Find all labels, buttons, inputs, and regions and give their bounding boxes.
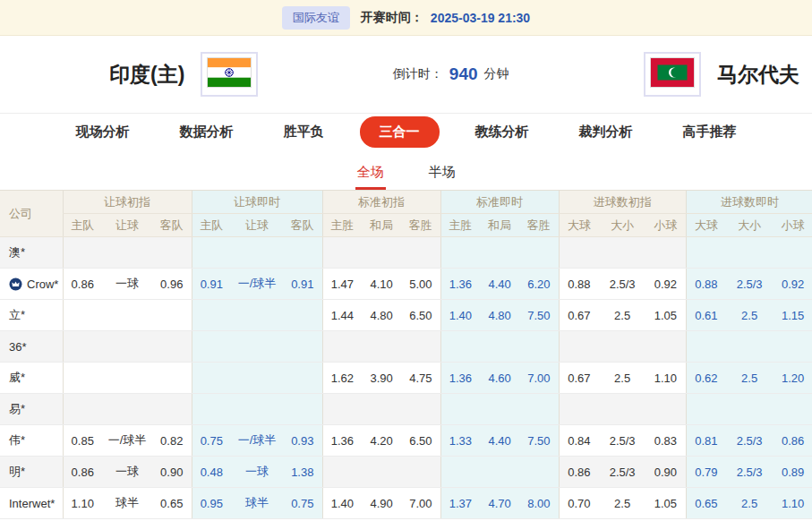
odds-cell[interactable]: 一球 [102, 457, 152, 488]
odds-cell[interactable]: 4.80 [480, 300, 519, 331]
odds-cell[interactable]: 2.5/3 [726, 425, 773, 457]
nav-tab-3[interactable]: 胜平负 [269, 116, 338, 148]
odds-cell[interactable]: 0.86 [63, 457, 102, 488]
odds-cell[interactable]: 3.90 [362, 363, 401, 394]
company-cell[interactable]: 立* [0, 300, 63, 331]
odds-cell[interactable]: 0.61 [686, 300, 726, 331]
odds-cell[interactable]: 1.44 [322, 300, 362, 331]
odds-cell[interactable]: 6.20 [519, 269, 559, 300]
odds-cell[interactable]: 0.90 [152, 457, 192, 488]
odds-cell[interactable]: 4.80 [362, 300, 401, 331]
company-cell[interactable]: 易* [0, 394, 63, 425]
odds-cell[interactable]: 6.50 [401, 425, 440, 457]
odds-cell[interactable]: 2.5/3 [726, 269, 773, 300]
odds-cell[interactable]: 4.20 [362, 425, 401, 457]
odds-cell[interactable]: 1.38 [283, 457, 322, 488]
odds-cell[interactable]: 0.65 [152, 488, 192, 519]
company-cell[interactable]: 澳* [0, 237, 63, 269]
odds-cell[interactable]: 4.70 [480, 488, 519, 519]
odds-cell[interactable]: 0.85 [63, 425, 102, 457]
odds-cell[interactable]: 1.20 [773, 363, 812, 394]
odds-cell[interactable]: 0.79 [686, 457, 726, 488]
nav-tab-1[interactable]: 现场分析 [62, 116, 144, 148]
odds-cell[interactable]: 0.93 [283, 425, 322, 457]
odds-cell[interactable]: 1.10 [645, 363, 686, 394]
odds-cell[interactable]: 0.88 [686, 269, 726, 300]
odds-cell[interactable]: 0.82 [152, 425, 192, 457]
odds-cell[interactable]: 1.15 [773, 300, 812, 331]
odds-cell[interactable]: 4.10 [362, 269, 401, 300]
company-cell[interactable]: 明* [0, 457, 63, 488]
odds-cell[interactable]: 0.81 [686, 425, 726, 457]
odds-cell[interactable]: 0.95 [192, 488, 231, 519]
odds-cell[interactable]: 1.10 [63, 488, 102, 519]
odds-cell[interactable]: 0.83 [645, 425, 686, 457]
scope-tab-1[interactable]: 全场 [355, 164, 386, 190]
odds-cell[interactable]: 4.90 [362, 488, 401, 519]
odds-cell[interactable]: 1.36 [440, 363, 480, 394]
odds-cell[interactable]: 0.91 [192, 269, 231, 300]
odds-cell[interactable]: 1.40 [322, 488, 362, 519]
scope-tab-2[interactable]: 半场 [427, 164, 457, 190]
odds-cell[interactable]: 0.65 [686, 488, 726, 519]
odds-cell[interactable]: 1.47 [322, 269, 362, 300]
odds-cell[interactable]: 2.5 [726, 300, 773, 331]
odds-cell[interactable]: 6.50 [401, 300, 440, 331]
odds-cell[interactable]: 0.67 [559, 363, 599, 394]
odds-cell[interactable]: 0.92 [773, 269, 812, 300]
odds-cell[interactable]: 0.91 [283, 269, 322, 300]
nav-tab-7[interactable]: 高手推荐 [669, 116, 751, 148]
odds-cell[interactable]: 0.92 [645, 269, 686, 300]
odds-cell[interactable]: 2.5/3 [599, 457, 645, 488]
odds-cell[interactable]: 1.05 [645, 300, 686, 331]
odds-cell[interactable]: 8.00 [519, 488, 559, 519]
odds-cell[interactable]: 2.5/3 [726, 457, 773, 488]
odds-cell[interactable]: 0.84 [559, 425, 599, 457]
company-cell[interactable]: 威* [0, 363, 63, 394]
odds-cell[interactable]: 球半 [231, 488, 283, 519]
league-badge[interactable]: 国际友谊 [282, 6, 350, 30]
odds-cell[interactable]: 1.05 [645, 488, 686, 519]
odds-cell[interactable]: 1.33 [440, 425, 480, 457]
odds-cell[interactable]: 1.40 [440, 300, 480, 331]
odds-cell[interactable]: 1.10 [773, 488, 812, 519]
odds-cell[interactable]: 7.00 [519, 363, 559, 394]
odds-cell[interactable]: 2.5 [599, 363, 645, 394]
odds-cell[interactable]: 0.48 [192, 457, 231, 488]
odds-cell[interactable]: 2.5 [726, 488, 773, 519]
nav-tab-6[interactable]: 裁判分析 [565, 116, 647, 148]
odds-cell[interactable]: 2.5 [599, 300, 645, 331]
odds-cell[interactable]: 0.86 [773, 425, 812, 457]
odds-cell[interactable]: 2.5 [599, 488, 645, 519]
odds-cell[interactable]: 7.50 [519, 425, 559, 457]
odds-cell[interactable]: 2.5/3 [599, 269, 645, 300]
odds-cell[interactable]: 0.90 [645, 457, 686, 488]
odds-cell[interactable]: 球半 [102, 488, 152, 519]
odds-cell[interactable]: 1.37 [440, 488, 480, 519]
company-cell[interactable]: Interwet* [0, 488, 63, 519]
company-cell[interactable]: Crow* [0, 269, 63, 300]
company-cell[interactable]: 伟* [0, 425, 63, 457]
nav-tab-4[interactable]: 三合一 [360, 116, 440, 148]
odds-cell[interactable]: 0.96 [152, 269, 192, 300]
odds-cell[interactable]: 0.86 [559, 457, 599, 488]
odds-cell[interactable]: 4.40 [480, 425, 519, 457]
odds-cell[interactable]: 0.75 [283, 488, 322, 519]
odds-cell[interactable]: 一球 [231, 457, 283, 488]
company-cell[interactable]: 36* [0, 331, 63, 363]
odds-cell[interactable]: 一/球半 [102, 425, 152, 457]
odds-cell[interactable]: 0.88 [559, 269, 599, 300]
odds-cell[interactable]: 1.62 [322, 363, 362, 394]
odds-cell[interactable]: 4.60 [480, 363, 519, 394]
nav-tab-2[interactable]: 数据分析 [166, 116, 248, 148]
odds-cell[interactable]: 7.50 [519, 300, 559, 331]
odds-cell[interactable]: 一球 [102, 269, 152, 300]
odds-cell[interactable]: 5.00 [401, 269, 440, 300]
odds-cell[interactable]: 1.36 [322, 425, 362, 457]
odds-cell[interactable]: 0.89 [773, 457, 812, 488]
odds-cell[interactable]: 1.36 [440, 269, 480, 300]
odds-cell[interactable]: 2.5 [726, 363, 773, 394]
odds-cell[interactable]: 0.67 [559, 300, 599, 331]
odds-cell[interactable]: 4.40 [480, 269, 519, 300]
odds-cell[interactable]: 一/球半 [231, 425, 283, 457]
